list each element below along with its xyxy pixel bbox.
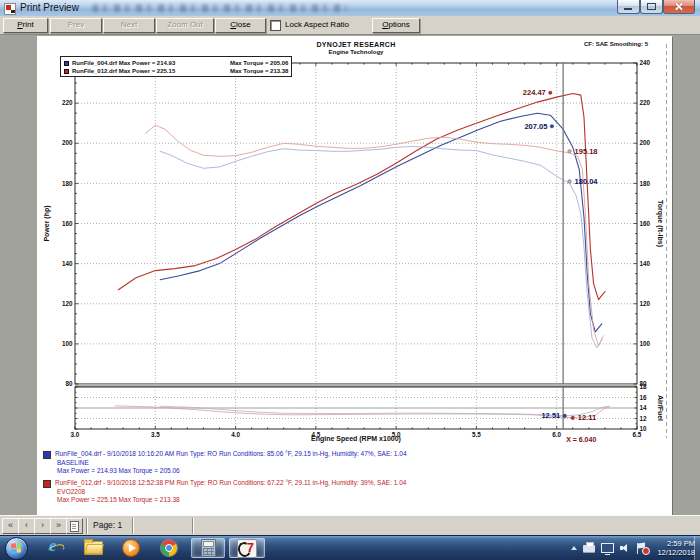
taskbar-clock[interactable]: 2:59 PM 12/12/2018 <box>657 539 695 557</box>
toolbar: Print Prev Next Zoom Out Close Lock Aspe… <box>0 16 700 35</box>
run-max-values: Max Power = 214.93 Max Torque = 205.06 <box>57 467 407 475</box>
app-icon <box>4 3 16 15</box>
taskbar-item-media-player[interactable] <box>118 538 144 558</box>
report-page: 2402402202202002001801801601601401401201… <box>37 36 672 515</box>
zoom-out-button[interactable]: Zoom Out <box>156 18 214 33</box>
network-tray-icon[interactable] <box>601 543 614 553</box>
svg-text:240: 240 <box>640 59 651 66</box>
taskbar-item-chrome[interactable] <box>156 538 182 558</box>
tray-expand-arrow-icon[interactable] <box>571 546 577 550</box>
svg-text:200: 200 <box>640 139 651 146</box>
legend-row: RunFile_012.drf Max Power = 225.15 Max T… <box>64 67 288 75</box>
svg-text:120: 120 <box>62 300 73 307</box>
svg-text:100: 100 <box>62 340 73 347</box>
taskbar-item-calculator[interactable] <box>191 538 225 558</box>
print-page-button[interactable] <box>66 518 83 534</box>
run-name: BASELINE <box>57 459 407 467</box>
titlebar[interactable]: Print Preview <box>0 0 700 17</box>
svg-text:160: 160 <box>62 220 73 227</box>
prev-button[interactable]: Prev <box>50 18 102 33</box>
maximize-button[interactable] <box>640 0 663 14</box>
minimize-button[interactable] <box>617 0 640 14</box>
svg-text:80: 80 <box>65 380 73 387</box>
report-subtitle: Engine Technology <box>75 49 637 55</box>
svg-text:14: 14 <box>640 404 648 411</box>
svg-text:5.5: 5.5 <box>472 431 481 438</box>
close-preview-button[interactable]: Close <box>215 18 266 33</box>
taskbar-item-windows-explorer[interactable] <box>80 538 106 558</box>
minimize-icon <box>624 8 632 10</box>
legend-text: RunFile_004.drf Max Power = 214.93 <box>72 60 230 66</box>
svg-text:224.47: 224.47 <box>523 88 546 97</box>
screen: Print Preview Print Prev Next Zoom Out C… <box>0 0 700 560</box>
svg-text:140: 140 <box>62 260 73 267</box>
volume-tray-icon[interactable] <box>620 543 631 553</box>
svg-text:160: 160 <box>640 220 651 227</box>
svg-text:140: 140 <box>640 260 651 267</box>
options-button[interactable]: Options <box>372 18 420 33</box>
svg-text:16: 16 <box>640 394 648 401</box>
svg-text:X = 6.040: X = 6.040 <box>566 436 596 443</box>
close-button[interactable] <box>663 0 695 14</box>
svg-text:207.05: 207.05 <box>524 122 547 131</box>
svg-text:100: 100 <box>640 340 651 347</box>
preview-workarea: 2402402202202002001801801601601401401201… <box>0 35 700 516</box>
svg-text:180: 180 <box>640 180 651 187</box>
close-icon <box>664 0 694 13</box>
prev-page-button[interactable]: ‹ <box>18 518 35 534</box>
svg-text:195.18: 195.18 <box>575 147 598 156</box>
window-controls <box>617 0 695 14</box>
svg-text:220: 220 <box>62 99 73 106</box>
winpep7-icon <box>237 539 257 558</box>
statusbar-separator <box>86 518 88 534</box>
system-tray <box>571 536 648 560</box>
legend-swatch-blue <box>64 61 69 66</box>
correction-factor-label: CF: SAE Smoothing: 5 <box>584 41 648 47</box>
next-page-button[interactable]: › <box>34 518 51 534</box>
svg-text:Air/Fuel: Air/Fuel <box>657 395 664 421</box>
action-center-flag-icon[interactable] <box>637 543 648 554</box>
statusbar: « ‹ › » Page: 1 <box>0 515 700 536</box>
media-player-icon <box>122 539 140 557</box>
svg-text:12.51: 12.51 <box>541 411 560 420</box>
statusbar-separator <box>132 518 134 534</box>
run-info-line: RunFile_004.drf - 9/10/2018 10:16:20 AM … <box>55 450 407 458</box>
internet-explorer-icon <box>47 539 63 557</box>
taskbar-item-internet-explorer[interactable] <box>42 538 68 558</box>
print-button[interactable]: Print <box>3 18 48 33</box>
lock-aspect-ratio-label: Lock Aspect Ratio <box>285 20 349 29</box>
next-button[interactable]: Next <box>103 18 155 33</box>
svg-text:Engine Speed (RPM x1000): Engine Speed (RPM x1000) <box>311 435 401 443</box>
windows-flag-icon <box>11 542 21 553</box>
clock-date: 12/12/2018 <box>657 548 695 557</box>
svg-text:6.5: 6.5 <box>633 431 642 438</box>
svg-text:4.0: 4.0 <box>231 431 240 438</box>
run-summary-baseline: RunFile_004.drf - 9/10/2018 10:16:20 AM … <box>43 450 407 475</box>
run-summary-evo: RunFile_012.drf - 9/10/2018 12:52:38 PM … <box>43 479 407 504</box>
legend-text: Max Torque = 205.06 <box>230 60 288 66</box>
maximize-icon <box>647 3 656 10</box>
svg-text:Power (hp): Power (hp) <box>43 205 51 241</box>
svg-text:180: 180 <box>62 180 73 187</box>
calculator-icon <box>201 539 216 557</box>
taskbar-item-winpep7[interactable] <box>229 538 265 558</box>
svg-text:Torque (ft-lbs): Torque (ft-lbs) <box>656 200 664 247</box>
taskbar: 2:59 PM 12/12/2018 <box>0 535 700 560</box>
dyno-chart: 2402402202202002001801801601601401401201… <box>37 36 672 448</box>
svg-text:180.04: 180.04 <box>575 177 599 186</box>
show-desktop-button[interactable] <box>694 536 700 560</box>
clock-time: 2:59 PM <box>657 539 695 548</box>
page-number-label: Page: 1 <box>93 520 122 530</box>
printer-tray-icon[interactable] <box>583 545 595 552</box>
run-swatch-blue <box>43 451 51 459</box>
report-title: DYNOJET RESEARCH <box>75 41 637 48</box>
start-button[interactable] <box>5 537 28 560</box>
first-page-button[interactable]: « <box>2 518 19 534</box>
page-icon <box>70 521 79 532</box>
run-max-values: Max Power = 225.15 Max Torque = 213.38 <box>57 496 407 504</box>
last-page-button[interactable]: » <box>50 518 67 534</box>
run-info-line: RunFile_012.drf - 9/10/2018 12:52:38 PM … <box>55 479 406 487</box>
svg-text:12.11: 12.11 <box>578 413 596 422</box>
svg-text:120: 120 <box>640 300 651 307</box>
lock-aspect-ratio-checkbox[interactable] <box>270 20 281 31</box>
